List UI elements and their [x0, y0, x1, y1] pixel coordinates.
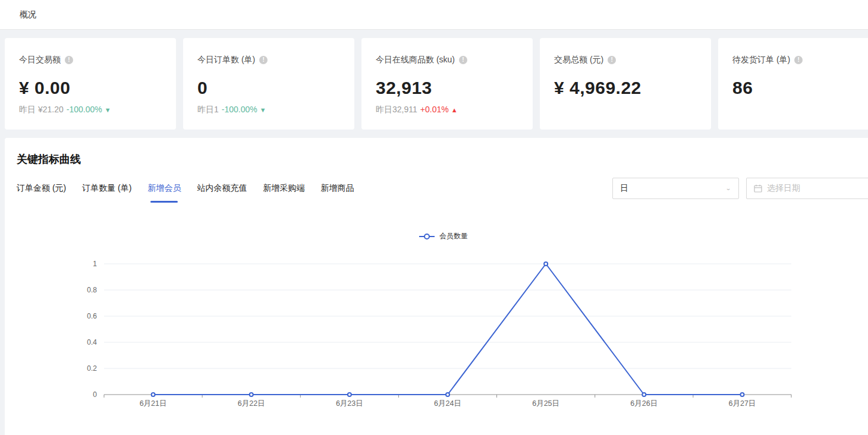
stat-label: 交易总额 (元): [554, 55, 603, 65]
stat-label: 今日订单数 (单): [197, 55, 255, 65]
calendar-icon: [754, 184, 762, 193]
metric-tabs: 订单金额 (元) 订单数量 (单) 新增会员 站内余额充值 新增采购端 新增商品: [17, 183, 354, 203]
svg-text:0.2: 0.2: [87, 364, 97, 373]
svg-text:0: 0: [93, 390, 97, 399]
trend-arrow: ▼: [105, 106, 111, 114]
chevron-down-icon: ⌄: [725, 185, 731, 191]
stat-label: 待发货订单 (单): [732, 55, 790, 65]
change-value: +0.01%: [420, 105, 449, 114]
stat-value: ¥ 0.00: [19, 78, 162, 98]
svg-text:0.4: 0.4: [87, 338, 97, 346]
panel-title: 关键指标曲线: [17, 152, 81, 166]
stat-value: 86: [732, 78, 868, 98]
info-icon[interactable]: !: [65, 56, 73, 64]
stat-card: 今日交易额 ! ¥ 0.00 昨日 ¥21.20-100.00%▼: [5, 38, 176, 130]
stat-value: 0: [197, 78, 340, 98]
info-icon[interactable]: !: [794, 56, 803, 64]
stat-card: 待发货订单 (单) ! 86: [718, 38, 868, 130]
trend-arrow: ▼: [260, 106, 266, 114]
stat-card: 今日订单数 (单) ! 0 昨日1-100.00%▼: [183, 38, 354, 130]
yesterday-value: 昨日32,911: [376, 105, 417, 114]
svg-text:0.8: 0.8: [87, 286, 97, 294]
tab-order-amount[interactable]: 订单金额 (元): [17, 183, 66, 203]
period-select-value: 日: [620, 183, 628, 194]
stat-value: 32,913: [376, 78, 518, 98]
svg-text:6月22日: 6月22日: [238, 399, 265, 408]
svg-text:6月26日: 6月26日: [630, 399, 658, 408]
stat-label: 今日交易额: [19, 55, 61, 65]
stat-comparison: 昨日32,911+0.01%▲: [376, 105, 458, 115]
svg-text:1: 1: [93, 260, 97, 268]
line-chart: 00.20.40.60.816月21日6月22日6月23日6月24日6月25日6…: [0, 238, 868, 416]
stat-label: 今日在线商品数 (sku): [376, 55, 455, 65]
change-value: -100.00%: [67, 105, 102, 114]
info-icon[interactable]: !: [459, 56, 467, 64]
info-icon[interactable]: !: [608, 56, 616, 64]
stat-card: 今日在线商品数 (sku) ! 32,913 昨日32,911+0.01%▲: [361, 38, 533, 130]
yesterday-value: 昨日1: [197, 105, 219, 114]
date-picker-placeholder: 选择日期: [767, 183, 800, 194]
trend-arrow: ▲: [451, 106, 458, 114]
stat-card: 交易总额 (元) ! ¥ 4,969.22: [540, 38, 711, 130]
stat-comparison: 昨日1-100.00%▼: [197, 105, 266, 115]
tab-new-members[interactable]: 新增会员: [147, 183, 181, 203]
tab-balance-recharge[interactable]: 站内余额充值: [197, 183, 247, 203]
info-icon[interactable]: !: [259, 56, 268, 64]
svg-text:6月23日: 6月23日: [336, 399, 363, 408]
date-range-input[interactable]: 选择日期: [746, 178, 868, 199]
overview-page: 概况 今日交易额 ! ¥ 0.00 昨日 ¥21.20-100.00%▼ 今日订…: [0, 0, 868, 435]
stat-comparison: [732, 106, 738, 115]
tab-new-purchasers[interactable]: 新增采购端: [263, 183, 304, 203]
svg-text:6月25日: 6月25日: [532, 399, 559, 408]
period-select[interactable]: 日 ⌄: [612, 178, 739, 199]
yesterday-value: 昨日 ¥21.20: [19, 105, 64, 114]
stat-value: ¥ 4,969.22: [554, 78, 697, 98]
svg-text:6月21日: 6月21日: [140, 399, 167, 408]
svg-text:0.6: 0.6: [87, 312, 97, 320]
svg-text:6月24日: 6月24日: [434, 399, 461, 408]
page-title: 概况: [20, 10, 36, 20]
stat-comparison: [554, 106, 559, 115]
tab-new-products[interactable]: 新增商品: [320, 183, 354, 203]
top-breadcrumb-bar: 概况: [0, 0, 868, 30]
stat-cards-row: 今日交易额 ! ¥ 0.00 昨日 ¥21.20-100.00%▼ 今日订单数 …: [5, 38, 868, 130]
svg-text:6月27日: 6月27日: [728, 399, 756, 408]
stat-comparison: 昨日 ¥21.20-100.00%▼: [19, 105, 111, 115]
change-value: -100.00%: [222, 105, 257, 114]
tab-order-count[interactable]: 订单数量 (单): [82, 183, 131, 203]
